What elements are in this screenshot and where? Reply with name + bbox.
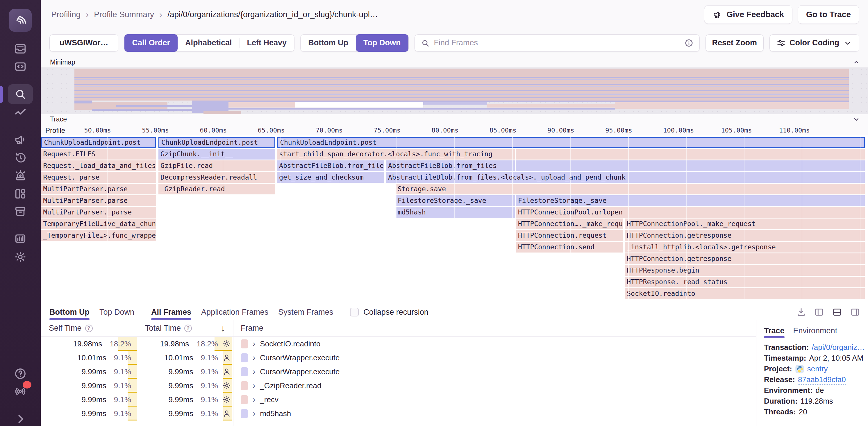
flame-frame[interactable]: SocketIO.readinto bbox=[625, 288, 865, 299]
view-tab-top-down[interactable]: Top Down bbox=[99, 304, 134, 320]
expand-chevron-icon[interactable]: › bbox=[253, 339, 255, 349]
flame-frame[interactable]: FilestoreStorage._save bbox=[396, 195, 515, 206]
sidebar-item-feedback[interactable] bbox=[13, 132, 28, 147]
flame-frame[interactable]: _install_httplib.<locals>.getresponse bbox=[625, 242, 865, 253]
sort-option-left-heavy[interactable]: Left Heavy bbox=[240, 34, 294, 52]
sort-descending-icon[interactable]: ↓ bbox=[221, 323, 225, 333]
frame-name-cell[interactable]: ›md5hash bbox=[233, 406, 756, 421]
flame-frame[interactable]: HTTPConnection.send bbox=[516, 242, 623, 253]
flame-frame[interactable]: _TemporaryFile…>.func_wrapper bbox=[41, 230, 156, 241]
sidebar-item-settings[interactable] bbox=[13, 249, 28, 264]
flame-frame[interactable]: Request._load_data_and_files bbox=[41, 160, 156, 171]
flame-frame[interactable]: Request._parse bbox=[41, 172, 156, 183]
chevron-up-icon[interactable] bbox=[852, 58, 861, 66]
sidebar-item-help[interactable] bbox=[13, 366, 28, 381]
frame-tab-system-frames[interactable]: System Frames bbox=[278, 304, 333, 320]
sidebar-item-whats-new[interactable] bbox=[13, 384, 28, 399]
find-frames-input[interactable]: Find Frames bbox=[414, 34, 700, 52]
direction-option-top-down[interactable]: Top Down bbox=[356, 34, 408, 52]
frame-name-cell[interactable]: ›CursorWrapper.execute bbox=[233, 365, 756, 379]
total-time-column-header[interactable]: Total Time ? ↓ bbox=[137, 324, 233, 333]
flame-frame[interactable]: AbstractFileBlob.from_files bbox=[277, 160, 384, 171]
flame-frame[interactable]: Request.FILES bbox=[41, 149, 156, 160]
table-row[interactable]: 9.99ms9.1%9.99ms9.1%›md5hash bbox=[41, 406, 756, 421]
expand-chevron-icon[interactable]: › bbox=[253, 409, 255, 418]
layout-right-icon[interactable] bbox=[850, 307, 861, 317]
flamegraph[interactable]: SocketIO.readintoHTTPResponse._read_stat… bbox=[41, 135, 868, 304]
flame-frame[interactable]: MultiPartParser.parse bbox=[41, 184, 156, 194]
flame-frame[interactable]: HTTPResponse.begin bbox=[625, 265, 865, 276]
flame-frame[interactable]: ChunkUploadEndpoint.post bbox=[158, 137, 275, 148]
direction-option-bottom-up[interactable]: Bottom Up bbox=[301, 34, 356, 52]
thread-selector-dropdown[interactable]: uWSGIWor… bbox=[50, 34, 118, 52]
layout-bottom-icon[interactable] bbox=[832, 307, 842, 317]
flame-frame[interactable]: HTTPResponse._read_status bbox=[625, 276, 865, 287]
flame-frame[interactable]: HTTPConnection.getresponse bbox=[625, 230, 865, 241]
self-time-column-header[interactable]: Self Time ? bbox=[41, 324, 137, 333]
flame-frame[interactable]: AbstractFileBlob.from_files bbox=[386, 160, 515, 171]
flame-frame[interactable]: MultiPartParser._parse bbox=[41, 207, 156, 218]
flame-frame[interactable]: md5hash bbox=[396, 207, 515, 218]
flame-frame[interactable]: HTTPConnectionPool._make_request bbox=[625, 219, 865, 229]
table-row[interactable]: 9.99ms9.1%9.99ms9.1%›_recv bbox=[41, 393, 756, 406]
flame-frame[interactable]: AbstractFileBlob.from_files.<locals>._up… bbox=[386, 172, 865, 183]
flame-frame[interactable]: FilestoreStorage._save bbox=[516, 195, 865, 206]
view-tab-bottom-up[interactable]: Bottom Up bbox=[50, 304, 90, 320]
flame-frame[interactable]: Storage.save bbox=[396, 184, 865, 194]
table-row[interactable]: 19.98ms18.2%19.98ms18.2%›SocketIO.readin… bbox=[41, 337, 756, 351]
flame-frame[interactable] bbox=[516, 160, 865, 171]
frame-column-header[interactable]: Frame bbox=[233, 324, 756, 333]
flame-frame[interactable]: ChunkUploadEndpoint.post bbox=[41, 137, 156, 148]
color-coding-dropdown[interactable]: Color Coding bbox=[770, 34, 859, 52]
sidebar-item-explore[interactable] bbox=[8, 84, 33, 104]
expand-chevron-icon[interactable]: › bbox=[253, 353, 255, 362]
sidebar-item-releases[interactable] bbox=[13, 204, 28, 219]
info-icon[interactable] bbox=[684, 38, 693, 48]
give-feedback-button[interactable]: Give Feedback bbox=[704, 5, 793, 24]
frame-name-cell[interactable]: ›CursorWrapper.execute bbox=[233, 351, 756, 365]
sidebar-item-alerts[interactable] bbox=[13, 168, 28, 183]
reset-zoom-button[interactable]: Reset Zoom bbox=[706, 34, 764, 52]
flame-frame[interactable]: _GzipReader.read bbox=[158, 184, 275, 194]
collapse-recursion-checkbox[interactable] bbox=[350, 308, 359, 317]
frame-name-cell[interactable]: ›_GzipReader.read bbox=[233, 379, 756, 393]
frame-tab-all-frames[interactable]: All Frames bbox=[151, 304, 191, 320]
download-icon[interactable] bbox=[796, 307, 806, 317]
field-value[interactable]: /api/0/organizations/{organ… bbox=[812, 342, 868, 353]
flame-frame[interactable]: HTTPConnectionPool.urlopen bbox=[516, 207, 865, 218]
sort-option-alphabetical[interactable]: Alphabetical bbox=[178, 34, 240, 52]
sort-option-call-order[interactable]: Call Order bbox=[124, 34, 178, 52]
flame-frame[interactable]: ChunkUploadEndpoint.post bbox=[277, 137, 865, 148]
expand-chevron-icon[interactable]: › bbox=[253, 367, 255, 376]
breadcrumb-item[interactable]: Profiling bbox=[51, 10, 81, 19]
details-tab-environment[interactable]: Environment bbox=[793, 324, 837, 338]
details-tab-trace[interactable]: Trace bbox=[764, 324, 784, 338]
frame-tab-application-frames[interactable]: Application Frames bbox=[201, 304, 268, 320]
sidebar-item-projects[interactable] bbox=[13, 59, 28, 74]
flame-frame[interactable]: HTTPConnection.getresponse bbox=[625, 253, 865, 264]
sidebar-expand-button[interactable] bbox=[13, 412, 28, 426]
field-value[interactable]: 87aab1d9cfa0 bbox=[798, 374, 846, 385]
sidebar-item-stats[interactable] bbox=[13, 231, 28, 246]
flame-frame[interactable] bbox=[516, 149, 865, 160]
sidebar-item-insights[interactable] bbox=[13, 105, 28, 121]
frame-name-cell[interactable]: ›SocketIO.readinto bbox=[233, 337, 756, 351]
flame-frame[interactable]: TemporaryFileU…ive_data_chunk bbox=[41, 219, 156, 229]
expand-chevron-icon[interactable]: › bbox=[253, 381, 255, 390]
flame-frame[interactable]: GzipFile.read bbox=[158, 160, 275, 171]
chevron-down-icon[interactable] bbox=[852, 116, 861, 124]
minimap[interactable] bbox=[41, 67, 868, 114]
flame-frame[interactable]: DecompressReader.readall bbox=[158, 172, 275, 183]
go-to-trace-button[interactable]: Go to Trace bbox=[798, 5, 859, 24]
table-row[interactable]: 9.99ms9.1%9.99ms9.1%›_GzipReader.read bbox=[41, 379, 756, 393]
collapse-recursion-toggle[interactable]: Collapse recursion bbox=[350, 308, 429, 317]
frame-name-cell[interactable]: ›_recv bbox=[233, 393, 756, 406]
table-row[interactable]: 10.01ms9.1%10.01ms9.1%›CursorWrapper.exe… bbox=[41, 351, 756, 365]
flame-frame[interactable]: get_size_and_checksum bbox=[277, 172, 384, 183]
breadcrumb-item[interactable]: /api/0/organizations/{organization_id_or… bbox=[167, 10, 378, 19]
table-row[interactable]: 9.99ms9.1%9.99ms9.1%›CursorWrapper.execu… bbox=[41, 365, 756, 379]
flame-frame[interactable]: GzipChunk.__init__ bbox=[158, 149, 275, 160]
breadcrumb-item[interactable]: Profile Summary bbox=[94, 10, 154, 19]
layout-left-icon[interactable] bbox=[814, 307, 825, 317]
sentry-logo[interactable] bbox=[9, 9, 32, 32]
